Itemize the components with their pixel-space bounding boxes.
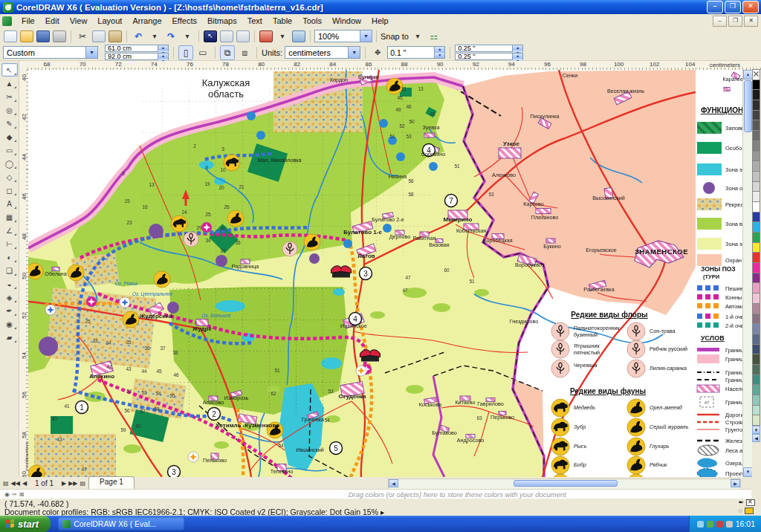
color-swatch[interactable] bbox=[752, 201, 760, 213]
options-button[interactable]: ⚏ bbox=[427, 29, 441, 44]
first-page-button[interactable]: ◀◀ bbox=[11, 480, 20, 487]
menu-view[interactable]: View bbox=[65, 15, 93, 27]
prev-page-button[interactable]: ◀ bbox=[22, 480, 27, 487]
zoom-tool[interactable]: ◎ bbox=[1, 103, 18, 117]
start-button[interactable]: start bbox=[0, 516, 51, 532]
transparency-tool[interactable]: ◒ bbox=[1, 277, 18, 291]
units-combo[interactable]: centimeters▼ bbox=[285, 46, 360, 59]
color-swatch[interactable] bbox=[752, 384, 760, 395]
color-swatch[interactable] bbox=[752, 242, 760, 253]
minimize-button[interactable]: – bbox=[707, 1, 723, 13]
color-swatch[interactable] bbox=[752, 282, 760, 293]
color-swatch[interactable] bbox=[752, 273, 760, 284]
color-swatch[interactable] bbox=[752, 120, 760, 131]
scroll-left-button[interactable]: ◀ bbox=[389, 479, 398, 487]
page-size-preset-combo[interactable]: Custom▼ bbox=[3, 46, 98, 59]
color-swatch[interactable] bbox=[752, 262, 760, 273]
color-swatch[interactable] bbox=[752, 334, 760, 345]
paste-button[interactable] bbox=[108, 29, 123, 44]
connector-tool[interactable]: ⊢ bbox=[1, 237, 18, 250]
print-button[interactable] bbox=[52, 29, 67, 44]
all-pages-button[interactable]: ⧉ bbox=[220, 45, 235, 60]
zoom-level-combo[interactable]: 100%▼ bbox=[314, 30, 372, 42]
color-swatch[interactable] bbox=[752, 110, 760, 121]
drawing-canvas[interactable]: 12334457 2369101315161920212324252629303… bbox=[28, 70, 742, 477]
open-button[interactable] bbox=[19, 29, 34, 44]
palette-eyedropper-icon[interactable]: ✑ bbox=[12, 491, 17, 498]
color-swatch[interactable] bbox=[752, 140, 760, 152]
scroll-right-button[interactable]: ▶ bbox=[731, 479, 740, 487]
duplicate-y-field[interactable]: 0.25 "▲▼ bbox=[455, 53, 523, 60]
redo-dropdown[interactable]: ▾ bbox=[180, 29, 195, 44]
color-swatch[interactable] bbox=[752, 405, 760, 416]
title-bar[interactable]: CorelDRAW X6 ( Evaluation Version ) - [Z… bbox=[0, 0, 761, 14]
portrait-button[interactable]: ▯ bbox=[178, 45, 193, 60]
blend-tool[interactable]: ◐ bbox=[1, 250, 18, 264]
color-swatch[interactable] bbox=[752, 232, 760, 243]
page-width-field[interactable]: 61.0 cm▲▼ bbox=[105, 45, 169, 52]
welcome-screen-button[interactable] bbox=[259, 29, 273, 44]
text-tool[interactable]: А bbox=[1, 197, 18, 210]
color-swatch[interactable] bbox=[752, 314, 760, 325]
media-button[interactable] bbox=[291, 29, 306, 44]
interactive-fill-tool[interactable]: ▰ bbox=[1, 331, 18, 344]
add-page-after-button[interactable]: ▤ bbox=[80, 480, 86, 487]
taskbar-coreldraw-button[interactable]: CorelDRAW X6 ( Eval... bbox=[58, 517, 184, 531]
smart-fill-tool[interactable]: ◆ bbox=[1, 130, 18, 143]
color-swatch[interactable] bbox=[752, 395, 760, 406]
menu-text[interactable]: Text bbox=[242, 15, 268, 27]
polygon-tool[interactable]: ◇ bbox=[1, 170, 18, 184]
last-page-button[interactable]: ▶▶ bbox=[68, 480, 77, 487]
tray-icon[interactable] bbox=[707, 521, 713, 528]
eyedropper-tool[interactable]: ◈ bbox=[1, 291, 18, 304]
application-launcher-button[interactable]: ↖ bbox=[203, 29, 218, 44]
doc-minimize-button[interactable]: – bbox=[713, 16, 727, 27]
new-document-button[interactable] bbox=[3, 29, 18, 44]
vertical-scroll-thumb[interactable] bbox=[744, 80, 752, 132]
doc-restore-button[interactable]: ❐ bbox=[728, 16, 742, 27]
color-swatch[interactable] bbox=[752, 212, 760, 223]
vertical-scrollbar[interactable]: ▲ ▼ bbox=[742, 70, 753, 477]
add-page-button[interactable]: ▤ bbox=[3, 480, 9, 487]
outline-pen-tool[interactable]: ✒ bbox=[1, 304, 18, 317]
close-button[interactable]: ✕ bbox=[742, 1, 759, 13]
color-swatch[interactable] bbox=[752, 303, 760, 314]
palette-scroll-down[interactable]: ▼ bbox=[752, 426, 760, 434]
freehand-tool[interactable]: ✎ bbox=[1, 117, 18, 130]
color-swatch[interactable] bbox=[752, 80, 760, 91]
shadow-tool[interactable]: ❏ bbox=[1, 264, 18, 277]
menu-effects[interactable]: Effects bbox=[167, 15, 202, 27]
document-palette-bar[interactable]: ◉ ✑ ⊠ Drag colors (or objects) here to s… bbox=[0, 489, 751, 499]
color-swatch[interactable] bbox=[752, 160, 760, 172]
color-swatch[interactable] bbox=[752, 252, 760, 263]
page-height-field[interactable]: 92.0 cm▲▼ bbox=[105, 53, 169, 60]
next-page-button[interactable]: ▶ bbox=[62, 480, 66, 487]
color-swatch[interactable] bbox=[752, 344, 760, 355]
crop-tool[interactable]: ✂ bbox=[1, 90, 18, 103]
color-swatch[interactable] bbox=[752, 415, 760, 426]
horizontal-scrollbar[interactable]: ◀ ▶ bbox=[388, 479, 741, 490]
undo-dropdown[interactable]: ▾ bbox=[147, 29, 162, 44]
tray-icon[interactable] bbox=[697, 521, 704, 528]
welcome-dropdown[interactable]: ▾ bbox=[275, 29, 290, 44]
nudge-field[interactable]: 0.1 "▲▼ bbox=[387, 46, 445, 59]
cut-button[interactable]: ✂ bbox=[75, 29, 90, 44]
palette-none-icon[interactable]: ⊠ bbox=[19, 491, 25, 498]
palette-expand[interactable]: ◀ bbox=[752, 434, 760, 442]
color-swatch[interactable] bbox=[752, 191, 760, 202]
menu-tools[interactable]: Tools bbox=[297, 15, 327, 27]
palette-flyout-icon[interactable]: ◉ bbox=[4, 491, 10, 498]
page-tab[interactable]: Page 1 bbox=[88, 476, 135, 489]
doc-close-button[interactable]: ✕ bbox=[744, 16, 758, 27]
no-color-swatch[interactable] bbox=[752, 69, 760, 80]
export-button[interactable] bbox=[236, 29, 250, 44]
duplicate-x-field[interactable]: 0.25 "▲▼ bbox=[455, 45, 523, 52]
fill-tool[interactable]: ◉ bbox=[1, 317, 18, 331]
menu-layout[interactable]: Layout bbox=[92, 15, 127, 27]
snap-to-dropdown[interactable]: ▾ bbox=[410, 29, 425, 44]
zoom-combo-arrow[interactable]: ▼ bbox=[360, 30, 372, 42]
menu-table[interactable]: Table bbox=[268, 15, 297, 27]
import-button[interactable] bbox=[219, 29, 234, 44]
save-button[interactable] bbox=[36, 29, 51, 44]
tray-icon[interactable] bbox=[726, 521, 733, 528]
